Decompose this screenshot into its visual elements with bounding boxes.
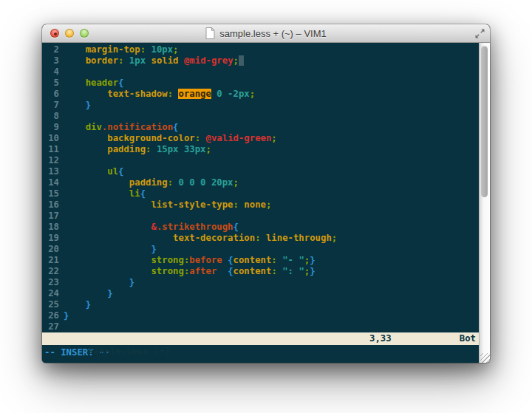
code-text: text-shadow: orange 0 -2px; [64,89,255,100]
line-number: 20 [42,244,59,255]
line-number: 19 [42,233,59,244]
scrollbar-track[interactable] [479,43,490,363]
statusline-filename: sample.less [+] [88,346,170,356]
code-line: 18 &.strikethrough{ [42,222,479,233]
code-line: 15 li{ [42,188,479,199]
line-number: 24 [42,288,59,299]
window-titlebar[interactable]: sample.less + (~) – VIM1 [42,24,490,43]
window-title-text: sample.less + (~) – VIM1 [219,28,327,39]
code-text: } [64,277,134,288]
code-text: padding: 15px 33px; [64,144,211,155]
close-button[interactable] [50,29,59,38]
code-text: } [64,244,157,255]
code-text: list-style-type: none; [64,199,271,211]
code-line: 4 [42,66,479,78]
line-number: 8 [42,111,59,122]
code-line: 7 } [42,100,479,111]
code-line: 22 strong:after {content: ": ";} [42,266,479,277]
line-number: 9 [42,122,59,133]
code-line: 27 [42,321,479,332]
code-text: border: 1px solid @mid-grey; [64,55,244,66]
code-text: li{ [64,188,146,199]
code-line: 9 div.notification{ [42,122,479,133]
code-text: } [64,299,91,310]
code-line: 12 [42,155,479,166]
code-text: div.notification{ [64,122,179,133]
line-number: 10 [42,133,59,144]
code-text: } [64,310,69,321]
scrollbar-thumb[interactable] [481,46,488,197]
fullscreen-button[interactable] [474,28,485,39]
line-number: 23 [42,277,59,288]
line-number: 22 [42,266,59,277]
line-number: 16 [42,199,59,211]
code-text: strong:before {content: "- ";} [64,255,316,266]
line-number: 18 [42,222,59,233]
vim-editor[interactable]: 2 margin-top: 10px;3 border: 1px solid @… [42,43,479,363]
terminal-content: 2 margin-top: 10px;3 border: 1px solid @… [42,43,490,363]
code-text: &.strikethrough{ [64,222,239,233]
line-number: 27 [42,321,59,332]
code-line: 2 margin-top: 10px; [42,44,479,55]
code-line: 26} [42,310,479,321]
code-line: 10 background-color: @valid-green; [42,133,479,144]
line-number: 25 [42,299,59,310]
window-controls [50,24,89,42]
line-number: 6 [42,89,59,100]
line-number: 26 [42,310,59,321]
code-text: text-decoration: line-through; [64,233,337,244]
code-line: 8 [42,111,479,122]
code-line: 5 header{ [42,78,479,89]
code-text: margin-top: 10px; [64,44,179,55]
code-line: 24 } [42,288,479,299]
code-line: 21 strong:before {content: "- ";} [42,255,479,266]
code-text: background-color: @valid-green; [64,133,277,144]
statusline-scroll-position: Bot [460,332,476,345]
line-number: 12 [42,155,59,166]
code-line: 20 } [42,244,479,255]
line-number: 5 [42,78,59,89]
line-number: 21 [42,255,59,266]
code-line: 25 } [42,299,479,310]
line-number: 17 [42,211,59,222]
code-text: strong:after {content: ": ";} [64,266,316,277]
vim-statusline: sample.less [+] 3,33 Bot [42,332,479,345]
code-line: 6 text-shadow: orange 0 -2px; [42,89,479,100]
code-line: 16 list-style-type: none; [42,199,479,211]
code-text: padding: 0 0 0 20px; [64,177,239,188]
minimize-button[interactable] [65,29,74,38]
code-text: } [64,100,91,111]
line-number: 13 [42,166,59,177]
line-number: 14 [42,177,59,188]
line-number: 4 [42,66,59,78]
code-text: ul{ [64,166,123,177]
code-line: 14 padding: 0 0 0 20px; [42,177,479,188]
code-line: 23 } [42,277,479,288]
terminal-window: sample.less + (~) – VIM1 2 margin-top: 1… [42,24,490,363]
line-number: 11 [42,144,59,155]
line-number: 15 [42,188,59,199]
code-lines: 2 margin-top: 10px;3 border: 1px solid @… [42,43,479,332]
code-text: } [64,288,113,299]
code-line: 19 text-decoration: line-through; [42,233,479,244]
statusline-ruler: 3,33 [369,332,392,345]
code-line: 17 [42,211,479,222]
resize-grip-icon[interactable] [480,353,490,363]
code-text: header{ [64,78,123,89]
line-number: 7 [42,100,59,111]
code-line: 13 ul{ [42,166,479,177]
window-title: sample.less + (~) – VIM1 [205,27,327,39]
zoom-button[interactable] [80,29,89,38]
code-line: 11 padding: 15px 33px; [42,144,479,155]
document-icon [205,27,215,39]
code-line: 3 border: 1px solid @mid-grey; [42,55,479,66]
line-number: 3 [42,55,59,66]
line-number: 2 [42,44,59,55]
